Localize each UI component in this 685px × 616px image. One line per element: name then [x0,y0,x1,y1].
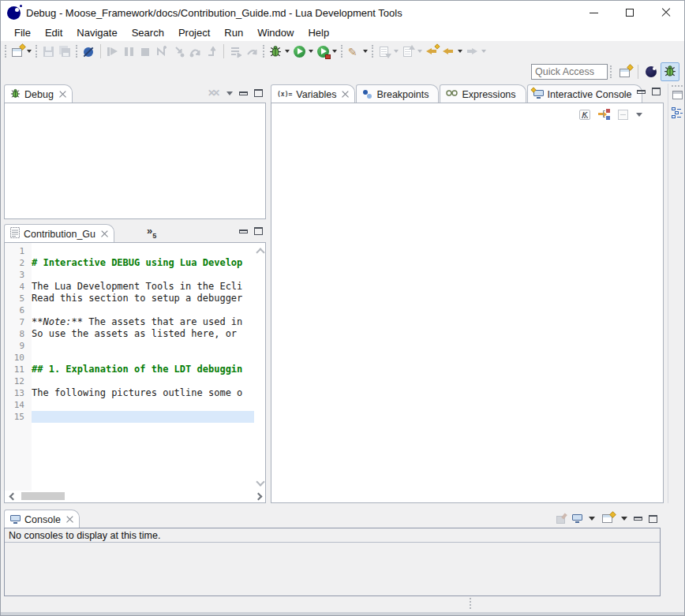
external-tools-button[interactable] [315,42,339,61]
resume-button[interactable] [104,42,121,61]
menu-item-search[interactable]: Search [125,25,171,40]
outline-view-icon[interactable] [672,107,683,118]
code-line[interactable]: 7**Note:** The assets that are used in [5,316,254,328]
minimize-view-icon[interactable] [239,230,248,233]
code-line[interactable]: 8So use the assets as listed here, or [5,328,254,340]
display-selected-console-icon[interactable] [572,514,582,523]
skip-all-breakpoints-button[interactable] [80,42,97,61]
code-line[interactable]: 3 [5,269,254,281]
scroll-down-icon[interactable] [256,479,263,485]
maximize-view-icon[interactable] [649,515,657,523]
run-button[interactable] [291,42,315,61]
code-line[interactable]: 11## 1. Explanation of the LDT debuggin [5,364,254,375]
use-step-filters-button[interactable] [227,42,244,61]
step-over-button[interactable] [187,42,204,61]
up-arrow-icon [409,45,415,50]
remove-terminated-launches-icon[interactable]: ✕✕ [208,88,220,99]
tab-console[interactable]: Console [4,510,80,528]
new-wizard-button[interactable] [9,42,33,61]
close-icon[interactable] [342,91,349,98]
previous-annotation-button[interactable] [400,42,424,61]
trim-drag-handle[interactable] [672,85,683,88]
tab-breakpoints[interactable]: Breakpoints [356,84,439,103]
window-minimize-button[interactable] [575,1,612,24]
disconnect-button[interactable] [154,42,170,61]
save-button[interactable] [40,42,57,61]
terminate-button[interactable] [137,42,154,61]
maximize-view-icon[interactable] [254,227,263,235]
tab-variables[interactable]: (x)= Variables [271,84,355,103]
code-area[interactable]: 12# Interactive DEBUG using Lua Develop3… [5,245,254,423]
save-all-button[interactable] [57,42,73,61]
restore-view-icon[interactable] [672,91,683,99]
maximize-view-icon[interactable] [652,88,661,95]
step-into-button[interactable] [170,42,187,61]
close-icon[interactable] [101,230,108,237]
statusbar-drag-handle[interactable] [470,598,472,609]
mark-occurrences-button[interactable]: ✎ [346,42,369,61]
toolbar-drag-handle [36,45,38,58]
code-line[interactable]: 4The Lua Development Tools in the Ecli [5,281,254,293]
open-perspective-button[interactable] [616,62,634,81]
code-line[interactable]: 5Read this section to setup a debugger [5,293,254,304]
editor-content[interactable]: 12# Interactive DEBUG using Lua Develop3… [4,242,266,503]
window-close-button[interactable] [648,1,684,24]
minimize-view-icon[interactable] [634,517,642,521]
view-menu-icon[interactable] [636,113,642,117]
code-line[interactable]: 13The following pictures outline some o [5,387,254,399]
tab-expressions[interactable]: Expressions [440,84,526,103]
chevron-down-icon [458,50,462,53]
close-icon[interactable] [66,516,73,523]
menu-item-navigate[interactable]: Navigate [69,25,124,40]
code-line[interactable]: 6 [5,304,254,316]
scroll-up-icon[interactable] [256,246,263,252]
menu-item-project[interactable]: Project [171,25,217,40]
menu-item-file[interactable]: File [7,25,38,40]
tab-editor-contribution-guide[interactable]: Contribution_Gu [4,224,114,243]
lua-perspective-button[interactable] [643,62,659,81]
code-line[interactable]: 2# Interactive DEBUG using Lua Develop [5,257,254,269]
scroll-left-icon[interactable] [8,493,14,499]
horizontal-scrollbar[interactable] [8,491,262,501]
menu-item-edit[interactable]: Edit [38,25,69,40]
next-annotation-button[interactable] [376,42,400,61]
open-console-button[interactable] [601,513,615,525]
menu-item-window[interactable]: Window [250,25,301,40]
tab-debug[interactable]: Debug [4,84,73,103]
collapse-all-icon[interactable] [618,110,628,120]
minimize-view-icon[interactable] [239,91,248,95]
hidden-editors-chevron[interactable]: » 5 [147,227,156,240]
code-line[interactable]: 10 [5,352,254,364]
step-return-button[interactable] [204,42,220,61]
menu-item-run[interactable]: Run [217,25,250,40]
debug-view-content[interactable] [4,103,266,219]
view-menu-icon[interactable] [226,91,233,95]
code-line[interactable]: 9 [5,340,254,352]
tab-interactive-console[interactable]: Interactive Console [527,84,642,103]
back-button[interactable] [440,42,464,61]
variables-view-content[interactable]: K [271,103,664,503]
code-line[interactable]: 1 [5,245,254,257]
code-line[interactable]: 15 [5,411,254,423]
suspend-button[interactable] [121,42,137,61]
show-logical-structures-icon[interactable] [598,109,610,120]
debug-button[interactable] [268,42,291,61]
menu-item-help[interactable]: Help [301,25,336,40]
chevron-down-icon[interactable] [589,517,595,521]
code-line[interactable]: 12 [5,375,254,387]
scrollbar-thumb[interactable] [21,492,65,500]
code-line[interactable]: 14 [5,399,254,411]
chevron-down-icon[interactable] [621,517,627,521]
scroll-right-icon[interactable] [256,493,262,499]
quick-access-input[interactable] [531,64,608,80]
maximize-view-icon[interactable] [254,89,263,97]
minimize-view-icon[interactable] [637,90,646,94]
drop-to-frame-button[interactable] [244,42,260,61]
debug-perspective-button[interactable] [661,62,679,81]
pin-console-icon[interactable] [556,513,566,524]
window-maximize-button[interactable] [612,1,648,24]
last-edit-location-button[interactable] [424,42,440,61]
show-type-names-icon[interactable]: K [579,110,590,120]
forward-button[interactable] [464,42,488,61]
close-icon[interactable] [59,91,66,98]
